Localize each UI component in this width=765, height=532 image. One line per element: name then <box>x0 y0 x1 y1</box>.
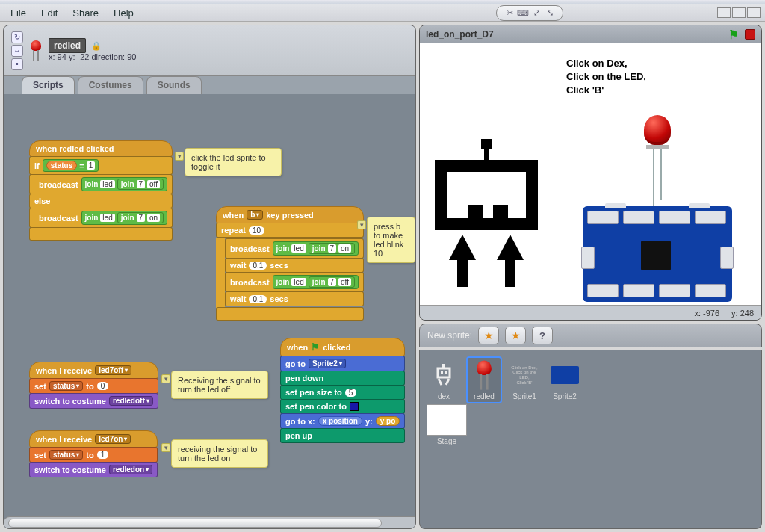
operator-equals[interactable]: status = 1 <box>43 159 99 172</box>
sprite-thumbnail-icon <box>31 40 41 61</box>
menu-file[interactable]: File <box>4 6 32 20</box>
scrollbar-thumb[interactable] <box>8 519 382 528</box>
view-full-stage-button[interactable] <box>747 7 761 18</box>
sprite-info-header: ↻ ↔ • redled 🔒 x: 94 y: -22 direction: 9… <box>4 25 415 76</box>
sprite-board-on-stage[interactable] <box>583 206 732 302</box>
block-broadcast-off[interactable]: broadcast joinled join7off <box>29 174 173 194</box>
tool-grow-icon[interactable]: ⤢ <box>530 8 543 18</box>
block-else[interactable]: else <box>29 194 173 208</box>
hat-when-sprite-clicked[interactable]: when redled clicked <box>29 140 173 157</box>
block-if[interactable]: if status = 1 <box>29 156 173 175</box>
stage-container: led_on_port_D7 ⚑ Click on Dex, Click on … <box>419 25 762 321</box>
tab-costumes[interactable]: Costumes <box>78 76 143 94</box>
mouse-x-label: x: -976 <box>694 309 719 318</box>
menu-help[interactable]: Help <box>108 6 140 20</box>
operator-join[interactable]: joinled join7on <box>81 211 168 225</box>
stage-instructions: Click on Dex, Click on the LED, Click 'B… <box>566 57 646 98</box>
project-title: led_on_port_D7 <box>426 29 494 40</box>
comment-collapse-icon[interactable]: ▾ <box>161 443 170 452</box>
right-panel: led_on_port_D7 ⚑ Click on Dex, Click on … <box>419 25 762 529</box>
block-set-status-0[interactable]: setstatusto0 <box>29 378 158 394</box>
block-set-status-1[interactable]: setstatusto1 <box>29 447 158 463</box>
block-switch-costume-off[interactable]: switch to costumeredledoff <box>29 393 158 409</box>
stage-title-bar: led_on_port_D7 ⚑ <box>420 25 761 43</box>
block-broadcast-on-loop[interactable]: broadcast joinled join7on <box>225 238 364 259</box>
tool-shrink-icon[interactable]: ⤡ <box>543 8 557 18</box>
tab-sounds[interactable]: Sounds <box>146 76 202 94</box>
pen-color-swatch[interactable] <box>350 402 359 411</box>
scripts-area[interactable]: when redled clicked if status = 1 broadc… <box>4 94 415 528</box>
comment-collapse-icon[interactable]: ▾ <box>175 152 184 161</box>
block-wait-1[interactable]: wait0.1secs <box>225 258 364 273</box>
reporter-x-position[interactable]: x position <box>318 416 362 426</box>
block-pen-up[interactable]: pen up <box>280 428 405 443</box>
hat-when-receive-on[interactable]: when I receive led7on <box>29 430 158 448</box>
view-normal-stage-button[interactable] <box>732 7 746 18</box>
comment-receive-off[interactable]: ▾ Receiving the signal to turn the led o… <box>171 371 268 399</box>
sprite-redled-on-stage[interactable] <box>644 115 671 149</box>
script-stack-key-pressed[interactable]: when b key pressed repeat10 broadcast jo… <box>216 206 364 321</box>
script-editor-panel: ↻ ↔ • redled 🔒 x: 94 y: -22 direction: 9… <box>3 25 416 529</box>
rotate-style-none-button[interactable]: • <box>11 58 23 70</box>
mouse-y-label: y: 248 <box>731 309 754 318</box>
presentation-mode-buttons <box>717 7 761 18</box>
rotate-style-flip-button[interactable]: ↔ <box>11 45 23 57</box>
sprite-thumb-sprite2[interactable]: Sprite2 <box>547 356 583 403</box>
block-wait-2[interactable]: wait0.1secs <box>225 291 364 306</box>
block-pen-down[interactable]: pen down <box>280 371 405 386</box>
block-broadcast-off-loop[interactable]: broadcast joinled join7off <box>225 272 364 292</box>
block-pen-color[interactable]: set pen color to <box>280 399 405 414</box>
comment-collapse-icon[interactable]: ▾ <box>161 374 170 383</box>
block-pen-size[interactable]: set pen size to5 <box>280 385 405 400</box>
menu-share[interactable]: Share <box>66 6 105 20</box>
tab-scripts[interactable]: Scripts <box>22 76 75 94</box>
rotate-style-360-button[interactable]: ↻ <box>11 31 23 43</box>
comment-toggle-led[interactable]: ▾ click the led sprite to toggle it <box>185 148 282 176</box>
block-switch-costume-on[interactable]: switch to costumeredledon <box>29 462 158 477</box>
block-broadcast-on[interactable]: broadcast joinled join7on <box>29 208 173 228</box>
tool-stamp-icon[interactable]: ⌨ <box>516 8 530 18</box>
sprite-coords-label: x: 94 y: -22 direction: 90 <box>49 52 136 61</box>
stop-button[interactable] <box>745 29 755 40</box>
block-goto-xy[interactable]: go to x:x positiony:y po <box>280 413 405 429</box>
script-stack-receive-on[interactable]: when I receive led7on setstatusto1 switc… <box>29 430 158 477</box>
block-goto-sprite[interactable]: go toSprite2 <box>280 356 405 371</box>
dropdown-key[interactable]: b <box>247 210 263 220</box>
hat-when-green-flag[interactable]: when⚑clicked <box>280 338 405 356</box>
var-status[interactable]: status <box>46 161 77 170</box>
script-stack-when-clicked[interactable]: when redled clicked if status = 1 broadc… <box>29 140 173 241</box>
sprite-thumb-dex[interactable]: dex <box>426 356 462 403</box>
paint-new-sprite-button[interactable]: ★ <box>478 327 499 344</box>
comment-receive-on[interactable]: ▾ receiving the signal to turn the led o… <box>171 439 268 468</box>
stage-thumb[interactable]: Stage <box>426 401 468 448</box>
value-1[interactable]: 1 <box>87 161 96 170</box>
green-flag-button[interactable]: ⚑ <box>728 28 739 42</box>
cursor-tools[interactable]: ✂ ⌨ ⤢ ⤡ <box>496 5 563 21</box>
choose-sprite-file-button[interactable]: ★ <box>505 327 526 344</box>
value-10[interactable]: 10 <box>249 226 264 235</box>
stage[interactable]: Click on Dex, Click on the LED, Click 'B… <box>420 43 761 305</box>
dropdown-led7off[interactable]: led7off <box>95 365 131 375</box>
green-flag-icon: ⚑ <box>311 341 320 353</box>
comment-collapse-icon[interactable]: ▾ <box>357 220 366 229</box>
reporter-y-position[interactable]: y po <box>376 416 400 426</box>
script-stack-green-flag[interactable]: when⚑clicked go toSprite2 pen down set p… <box>280 338 405 443</box>
sprite-thumb-redled[interactable]: redled <box>466 356 502 403</box>
horizontal-scrollbar[interactable] <box>4 516 415 528</box>
sprite-thumb-sprite1[interactable]: Click on Dex,Click on the LED,Click 'B' … <box>507 356 542 403</box>
script-stack-receive-off[interactable]: when I receive led7off setstatusto0 swit… <box>29 362 158 409</box>
hat-when-receive-off[interactable]: when I receive led7off <box>29 362 158 379</box>
operator-join[interactable]: joinled join7off <box>81 177 167 191</box>
block-repeat[interactable]: repeat10 <box>216 223 364 238</box>
random-sprite-button[interactable]: ? <box>532 327 553 344</box>
tool-pointer-icon[interactable]: ✂ <box>503 8 516 18</box>
comment-blink[interactable]: ▾ press b to make led blink 10 <box>367 217 415 263</box>
view-small-stage-button[interactable] <box>717 7 731 18</box>
hat-when-key-pressed[interactable]: when b key pressed <box>216 206 364 223</box>
sprite-dex-on-stage[interactable] <box>435 139 538 260</box>
menu-edit[interactable]: Edit <box>35 6 64 20</box>
sprite-name-field[interactable]: redled <box>49 38 86 53</box>
lock-icon[interactable]: 🔒 <box>91 41 102 51</box>
dropdown-led7on[interactable]: led7on <box>95 434 131 444</box>
svg-rect-1 <box>441 371 443 374</box>
